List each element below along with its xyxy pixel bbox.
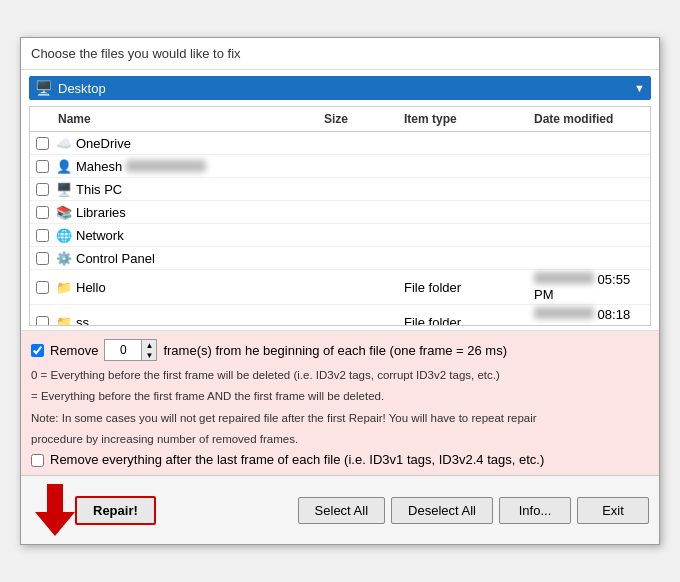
row-checkbox[interactable] — [36, 229, 49, 242]
location-bar[interactable]: 🖥️ Desktop ▼ — [29, 76, 651, 100]
table-row: ☁️OneDrive — [30, 132, 650, 155]
row-name: 🖥️This PC — [54, 180, 320, 198]
row-checkbox[interactable] — [36, 183, 49, 196]
remove-label: Remove — [50, 343, 98, 358]
row-checkbox-col — [30, 229, 54, 242]
main-dialog: Choose the files you would like to fix 🖥… — [20, 37, 660, 545]
location-dropdown-arrow[interactable]: ▼ — [634, 82, 645, 94]
table-row: 🖥️This PC — [30, 178, 650, 201]
remove-row: Remove ▲ ▼ frame(s) from he beginning of… — [31, 339, 649, 361]
info-line-2: = Everything before the first frame AND … — [31, 388, 649, 405]
bottom-panel: Remove ▲ ▼ frame(s) from he beginning of… — [21, 330, 659, 475]
table-row: 🌐Network — [30, 224, 650, 247]
row-checkbox-col — [30, 281, 54, 294]
row-name: 📁Hello — [54, 278, 320, 296]
row-name: 📁ss — [54, 313, 320, 326]
remove-checkbox[interactable] — [31, 344, 44, 357]
repair-button[interactable]: Repair! — [75, 496, 156, 525]
spinner-down[interactable]: ▼ — [142, 350, 156, 360]
file-icon: 📁 — [56, 279, 72, 295]
dialog-title: Choose the files you would like to fix — [21, 38, 659, 70]
table-row: 📁ss File folder 08:18 PM — [30, 305, 650, 326]
row-date: 05:55 PM — [530, 272, 650, 302]
frame-spinner[interactable]: ▲ ▼ — [104, 339, 157, 361]
file-icon: 🖥️ — [56, 181, 72, 197]
frame-value[interactable] — [105, 342, 141, 358]
location-text: Desktop — [58, 81, 634, 96]
row-checkbox[interactable] — [36, 316, 49, 327]
info-line-4: procedure by increasing number of remove… — [31, 431, 649, 448]
header-check — [30, 110, 54, 128]
header-size: Size — [320, 110, 400, 128]
row-name: ☁️OneDrive — [54, 134, 320, 152]
header-date: Date modified — [530, 110, 650, 128]
row-checkbox-col — [30, 137, 54, 150]
row-checkbox-col — [30, 316, 54, 327]
file-icon: 👤 — [56, 158, 72, 174]
folder-icon: 🖥️ — [35, 80, 52, 96]
row-checkbox[interactable] — [36, 281, 49, 294]
file-icon: 🌐 — [56, 227, 72, 243]
table-row: 👤Mahesh — [30, 155, 650, 178]
last-option-row: Remove everything after the last frame o… — [31, 452, 649, 467]
blurred-date — [534, 307, 594, 319]
blurred-name — [126, 160, 206, 172]
row-checkbox-col — [30, 206, 54, 219]
file-icon: 📁 — [56, 314, 72, 326]
file-icon: ⚙️ — [56, 250, 72, 266]
info-line-3: Note: In some cases you will not get rep… — [31, 410, 649, 427]
row-checkbox-col — [30, 183, 54, 196]
last-frame-checkbox[interactable] — [31, 454, 44, 467]
file-list-header: Name Size Item type Date modified — [30, 107, 650, 132]
svg-marker-0 — [35, 484, 75, 536]
header-name: Name — [54, 110, 320, 128]
file-icon: ☁️ — [56, 135, 72, 151]
row-checkbox-col — [30, 252, 54, 265]
last-option-label: Remove everything after the last frame o… — [50, 452, 544, 467]
row-name: 👤Mahesh — [54, 157, 320, 175]
row-date: 08:18 PM — [530, 307, 650, 326]
info-line-1: 0 = Everything before the first frame wi… — [31, 367, 649, 384]
row-checkbox[interactable] — [36, 206, 49, 219]
buttons-bar: Repair! Select All Deselect All Info... … — [21, 475, 659, 544]
select-all-button[interactable]: Select All — [298, 497, 385, 524]
deselect-all-button[interactable]: Deselect All — [391, 497, 493, 524]
row-name: ⚙️Control Panel — [54, 249, 320, 267]
info-button[interactable]: Info... — [499, 497, 571, 524]
file-icon: 📚 — [56, 204, 72, 220]
repair-button-wrapper: Repair! — [31, 484, 156, 536]
blurred-date — [534, 272, 594, 284]
spinner-arrows: ▲ ▼ — [141, 340, 156, 360]
row-type: File folder — [400, 315, 530, 327]
row-type: File folder — [400, 280, 530, 295]
row-name: 📚Libraries — [54, 203, 320, 221]
exit-button[interactable]: Exit — [577, 497, 649, 524]
row-checkbox[interactable] — [36, 137, 49, 150]
red-arrow-graphic — [31, 484, 79, 536]
row-checkbox-col — [30, 160, 54, 173]
remove-suffix: frame(s) from he beginning of each file … — [163, 343, 507, 358]
file-list-container: Name Size Item type Date modified ☁️OneD… — [29, 106, 651, 326]
table-row: 📚Libraries — [30, 201, 650, 224]
row-checkbox[interactable] — [36, 160, 49, 173]
table-row: 📁Hello File folder 05:55 PM — [30, 270, 650, 305]
row-checkbox[interactable] — [36, 252, 49, 265]
table-row: ⚙️Control Panel — [30, 247, 650, 270]
spinner-up[interactable]: ▲ — [142, 340, 156, 350]
row-name: 🌐Network — [54, 226, 320, 244]
header-type: Item type — [400, 110, 530, 128]
